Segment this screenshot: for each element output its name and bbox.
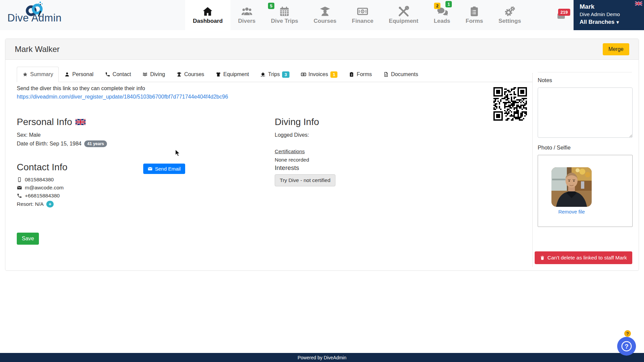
notes-heading: Notes: [538, 77, 552, 83]
tab-label: Diving: [150, 71, 165, 77]
graduation-cap-icon: [176, 72, 182, 77]
nav-item-divers[interactable]: Divers: [230, 0, 263, 30]
diver-profile-card: Mark Walker Merge Summary Personal Conta…: [5, 39, 639, 271]
tab-documents[interactable]: Documents: [378, 67, 424, 82]
graduation-cap-icon: [319, 6, 331, 17]
footer-text: Powered by DiveAdmin: [298, 355, 346, 360]
register-link[interactable]: https://diveadmin.com/diver_register_upd…: [17, 94, 228, 100]
tab-label: Personal: [72, 71, 93, 77]
tab-summary[interactable]: Summary: [17, 67, 59, 82]
tab-trips[interactable]: Trips 3: [255, 67, 295, 82]
main-nav: Dashboard Divers 5 Dive Trips: [185, 0, 529, 30]
diver-photo: [551, 167, 592, 208]
company-name: Dive Admin Demo: [580, 11, 644, 17]
nav-label: Leads: [434, 18, 450, 24]
tab-label: Contact: [113, 71, 131, 77]
card-header: Mark Walker Merge: [5, 39, 639, 60]
users-icon: [241, 6, 253, 17]
nav-item-forms[interactable]: Forms: [458, 0, 491, 30]
question-icon: ?: [617, 337, 636, 356]
tab-equipment[interactable]: Equipment: [210, 67, 255, 82]
clipboard-icon: [349, 72, 354, 77]
chevron-down-icon: ▾: [616, 19, 619, 25]
tab-label: Equipment: [223, 71, 249, 77]
nav-label: Equipment: [389, 18, 418, 24]
diving-info-title: Diving Info: [275, 117, 319, 127]
tools-icon: [398, 6, 409, 17]
certifications-value: None recorded: [275, 157, 309, 163]
clipboard-icon: [469, 6, 480, 17]
photo-upload-box[interactable]: Remove file: [538, 155, 633, 227]
svg-text:?: ?: [625, 343, 629, 350]
personal-info-title: Personal Info: [17, 117, 72, 127]
tab-label: Trips: [268, 71, 280, 77]
tab-diving[interactable]: Diving: [137, 67, 171, 82]
money-bill-icon: [301, 72, 306, 77]
phone-icon: [105, 72, 110, 77]
nav-item-dive-trips[interactable]: 5 Dive Trips: [263, 0, 306, 30]
nav-label: Finance: [352, 18, 373, 24]
nav-label: Divers: [238, 18, 256, 24]
brand-logo[interactable]: Dive Admin: [7, 0, 87, 30]
nav-item-settings[interactable]: Settings: [491, 0, 529, 30]
profile-tabs: Summary Personal Contact Diving Courses …: [17, 67, 424, 82]
tab-courses[interactable]: Courses: [171, 67, 210, 82]
tab-label: Summary: [30, 71, 53, 77]
nav-item-courses[interactable]: Courses: [306, 0, 344, 30]
notes-textarea[interactable]: [538, 87, 633, 138]
user-panel[interactable]: Mark Dive Admin Demo All Branches▾: [574, 0, 644, 30]
leads-new-badge: 1: [445, 1, 452, 7]
interests-heading: Interests: [275, 164, 299, 172]
photo-heading: Photo / Selfie: [538, 144, 571, 151]
tab-label: Documents: [391, 71, 418, 77]
sidebar-divider: [538, 72, 632, 72]
remove-file-link[interactable]: Remove file: [538, 209, 605, 215]
send-email-button[interactable]: Send Email: [143, 164, 185, 174]
mobile-row: 0815884380: [17, 177, 54, 183]
nav-label: Settings: [498, 18, 521, 24]
nav-item-leads[interactable]: 2 1 Leads: [426, 0, 458, 30]
interest-tag[interactable]: Try Dive - not certified: [275, 174, 335, 186]
tab-label: Forms: [357, 71, 372, 77]
logged-dives-label: Logged Dives:: [275, 132, 309, 138]
help-notification-badge[interactable]: ?: [624, 330, 631, 337]
leads-count-badge: 2: [434, 3, 440, 9]
invoices-count-badge: 1: [330, 71, 337, 78]
mobile-value: 0815884380: [25, 177, 54, 183]
help-button[interactable]: ?: [617, 337, 636, 356]
user-icon: [64, 72, 70, 77]
sex-value: Sex: Male: [17, 132, 41, 138]
contact-info-heading: Contact Info: [17, 162, 67, 173]
content-divider: [532, 73, 533, 267]
send-email-label: Send Email: [155, 166, 181, 172]
nav-label: Dashboard: [193, 18, 223, 24]
delete-disabled-button[interactable]: Can't delete as linked to staff Mark: [535, 251, 632, 264]
nav-item-equipment[interactable]: Equipment: [381, 0, 426, 30]
notification-count-badge[interactable]: 219: [558, 9, 570, 16]
top-navbar: Dive Admin Dashboard Divers 5: [0, 0, 644, 30]
page-title: Mark Walker: [15, 45, 60, 54]
ship-icon: [260, 72, 266, 77]
tab-label: Courses: [184, 71, 204, 77]
tab-invoices[interactable]: Invoices 1: [295, 67, 343, 82]
phone-value: +66815884380: [25, 193, 60, 199]
tab-contact[interactable]: Contact: [99, 67, 137, 82]
save-button[interactable]: Save: [17, 233, 39, 245]
user-name: Mark: [580, 3, 644, 10]
merge-button[interactable]: Merge: [603, 43, 629, 55]
tab-label: Invoices: [309, 71, 328, 77]
nav-label: Forms: [466, 18, 483, 24]
branch-selector[interactable]: All Branches▾: [580, 19, 644, 25]
add-resort-button[interactable]: +: [46, 201, 54, 207]
phone-row: +66815884380: [17, 193, 60, 199]
uk-flag-icon: [75, 119, 86, 125]
nav-item-finance[interactable]: Finance: [344, 0, 381, 30]
calendar-icon: [279, 6, 290, 17]
waves-icon: [143, 72, 148, 77]
nav-item-dashboard[interactable]: Dashboard: [185, 0, 230, 30]
diving-info-heading: Diving Info: [275, 117, 319, 127]
tab-forms[interactable]: Forms: [343, 67, 377, 82]
tab-personal[interactable]: Personal: [59, 67, 99, 82]
tshirt-icon: [216, 72, 221, 77]
dob-row: Date of Birth: Sep 15, 1984 41 years: [17, 140, 107, 147]
